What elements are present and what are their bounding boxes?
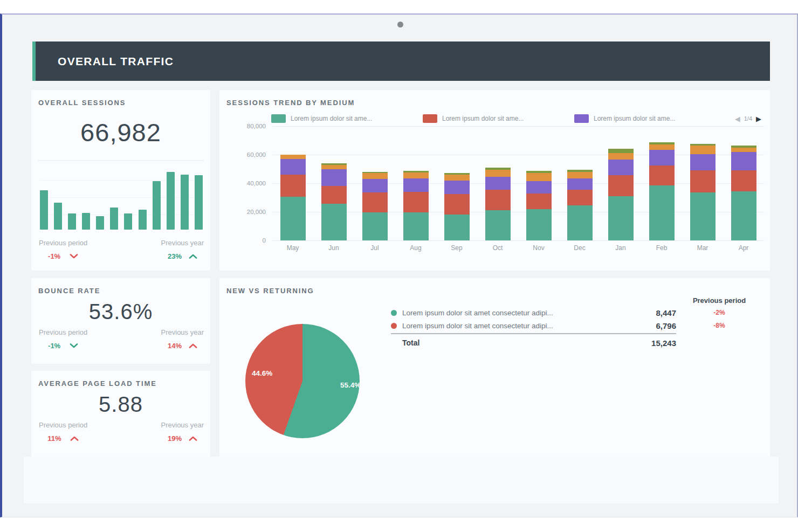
- bar-segment: [321, 165, 347, 169]
- bar-segment: [567, 172, 593, 178]
- sparkline-bar: [124, 213, 132, 230]
- page-load-time-card: AVERAGE PAGE LOAD TIME 5.88 Previous per…: [31, 371, 210, 457]
- x-axis-tick-label: Nov: [526, 244, 552, 252]
- legend-item[interactable]: Lorem ipsum dolor sit ame...: [271, 114, 423, 123]
- bar-segment: [403, 212, 429, 240]
- bar-segment: [362, 179, 388, 192]
- row-value: 6,796: [617, 321, 676, 330]
- previous-year-indicator: Previous year 19%: [161, 421, 204, 443]
- card-title: AVERAGE PAGE LOAD TIME: [31, 371, 210, 388]
- previous-period-indicator: Previous period 11%: [39, 421, 87, 443]
- previous-year-trend: 23%: [161, 252, 204, 260]
- stacked-bar-aug: [403, 171, 429, 240]
- bar-segment: [280, 175, 306, 197]
- sparkline-bar: [54, 203, 62, 230]
- bounce-rate-card: BOUNCE RATE 53.6% Previous period -1% Pr…: [31, 278, 210, 364]
- card-title: SESSIONS TREND BY MEDIUM: [219, 90, 770, 107]
- previous-period-indicator: Previous period -1%: [39, 239, 87, 260]
- stacked-bar-jan: [608, 149, 634, 240]
- x-axis-tick-label: Dec: [567, 244, 593, 252]
- gridline: [272, 240, 764, 241]
- row-previous-period-value: -2%: [676, 309, 762, 316]
- bar-segment: [444, 181, 470, 194]
- bar-segment: [485, 170, 511, 177]
- bar-segment: [608, 149, 634, 153]
- bar-segment: [690, 192, 716, 240]
- legend-prev-page-icon[interactable]: ◀: [735, 115, 740, 122]
- bar-segment: [608, 175, 634, 196]
- sparkline-bar: [82, 213, 90, 230]
- bar-segment: [608, 160, 634, 175]
- stacked-bar-nov: [526, 171, 552, 240]
- sessions-value: 66,982: [31, 118, 210, 147]
- chevron-up-icon: [189, 254, 197, 259]
- bars-layer: [272, 126, 764, 240]
- previous-year-trend: 19%: [161, 434, 204, 443]
- bar-segment: [444, 194, 470, 215]
- legend-item[interactable]: Lorem ipsum dolor sit ame...: [423, 114, 574, 123]
- legend-swatch: [423, 114, 437, 123]
- series-dot-icon: [391, 310, 397, 316]
- chevron-up-icon: [189, 436, 197, 441]
- bar-segment: [444, 175, 470, 181]
- trend-value: 14%: [168, 342, 182, 350]
- sessions-comparisons: Previous period -1% Previous year 23%: [39, 239, 204, 260]
- legend-next-page-icon[interactable]: ▶: [756, 115, 761, 122]
- y-axis-tick-label: 80,000: [233, 123, 266, 129]
- row-value: 8,447: [617, 308, 676, 317]
- bar-segment: [280, 155, 306, 159]
- bar-segment: [362, 173, 388, 179]
- previous-year-indicator: Previous year 14%: [161, 328, 204, 350]
- trend-value: 11%: [47, 434, 61, 443]
- bar-segment: [526, 173, 552, 181]
- previous-period-header: Previous period: [676, 296, 762, 305]
- carousel-dot-indicator[interactable]: [397, 22, 403, 27]
- legend-label: Lorem ipsum dolor sit ame...: [594, 115, 675, 122]
- bar-segment: [731, 152, 756, 171]
- row-label: Lorem ipsum dolor sit amet consectetur a…: [402, 309, 553, 317]
- bar-segment: [485, 177, 511, 190]
- table-header-row: Previous period: [391, 294, 762, 306]
- stacked-bar-jun: [321, 163, 347, 240]
- bar-segment: [608, 196, 634, 240]
- bar-segment: [280, 159, 306, 175]
- bar-segment: [649, 150, 675, 165]
- bar-segment: [526, 209, 552, 240]
- sparkline-bar: [139, 210, 147, 230]
- new-vs-returning-pie: 55.4%44.6%: [245, 324, 360, 438]
- previous-year-label: Previous year: [161, 421, 204, 429]
- y-axis-tick-label: 40,000: [233, 180, 266, 186]
- bar-segment: [567, 190, 593, 205]
- stacked-bar-mar: [690, 144, 716, 240]
- previous-year-trend: 14%: [161, 342, 204, 350]
- dashboard-canvas: OVERALL TRAFFIC OVERALL SESSIONS 66,982 …: [0, 13, 798, 517]
- bar-segment: [649, 165, 675, 185]
- total-divider: [391, 333, 676, 334]
- bar-segment: [690, 146, 716, 154]
- stacked-bar-may: [280, 155, 306, 240]
- previous-period-trend: -1%: [39, 252, 87, 260]
- previous-period-trend: 11%: [39, 434, 87, 443]
- page-title: OVERALL TRAFFIC: [58, 55, 174, 68]
- legend-item[interactable]: Lorem ipsum dolor sit ame...: [574, 114, 726, 123]
- stacked-bar-oct: [485, 168, 511, 240]
- previous-year-label: Previous year: [161, 239, 204, 247]
- load-time-comparisons: Previous period 11% Previous year 19%: [39, 421, 204, 443]
- sparkline-bar: [181, 175, 189, 230]
- stacked-bar-feb: [649, 142, 675, 240]
- bar-segment: [321, 204, 347, 240]
- bar-segment: [403, 192, 429, 212]
- x-axis-tick-label: Jun: [321, 244, 347, 252]
- bar-segment: [731, 148, 756, 152]
- bar-segment: [731, 191, 756, 240]
- load-time-value: 5.88: [31, 392, 210, 417]
- chevron-up-icon: [189, 343, 197, 348]
- trend-value: 19%: [168, 434, 182, 443]
- row-previous-period-value: -8%: [676, 322, 762, 329]
- sparkline-bar: [40, 190, 48, 230]
- row-label: Lorem ipsum dolor sit amet consectetur a…: [402, 322, 553, 330]
- chevron-down-icon: [70, 343, 78, 348]
- previous-period-label: Previous period: [39, 328, 87, 336]
- section-header: OVERALL TRAFFIC: [32, 42, 770, 81]
- previous-period-indicator: Previous period -1%: [39, 328, 87, 350]
